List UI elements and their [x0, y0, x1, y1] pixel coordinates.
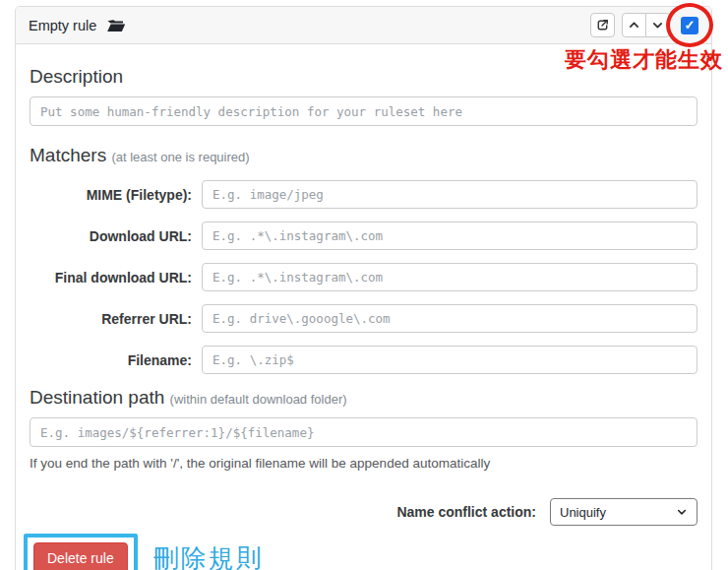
matcher-input[interactable]: [202, 180, 698, 209]
matchers-heading: Matchers (at least one is required): [30, 145, 698, 166]
select-chevron-icon: [676, 506, 688, 518]
destination-heading-text: Destination path: [30, 387, 164, 408]
matcher-input[interactable]: [202, 304, 698, 333]
annotation-delete-note: 刪除規則: [153, 541, 264, 570]
matcher-input[interactable]: [202, 346, 698, 374]
select-value: Uniquify: [560, 505, 606, 520]
rule-title: Empty rule: [29, 18, 96, 33]
destination-input[interactable]: [30, 417, 698, 447]
matchers-hint: (at least one is required): [111, 150, 249, 164]
page: Empty rule: [0, 0, 728, 570]
share-icon: [595, 18, 610, 32]
move-button-group: [622, 13, 670, 37]
matcher-row: Final download URL:: [30, 263, 698, 291]
clone-rule-button[interactable]: [590, 13, 615, 37]
rule-header-left: Empty rule: [29, 18, 126, 33]
matcher-input[interactable]: [202, 263, 698, 291]
matcher-row: Referrer URL:: [30, 304, 698, 333]
matcher-rows: MIME (Filetype): Download URL: Final dow…: [30, 180, 698, 374]
delete-row: Delete rule 刪除規則: [30, 534, 698, 570]
matcher-row: Download URL:: [30, 222, 698, 250]
matcher-input[interactable]: [202, 222, 698, 250]
rule-body: Description Matchers (at least one is re…: [16, 44, 711, 570]
chevron-up-icon: [628, 19, 640, 32]
delete-highlight-box: Delete rule: [24, 534, 138, 570]
matchers-heading-text: Matchers: [30, 145, 106, 165]
description-input[interactable]: [30, 96, 698, 126]
check-icon: ✓: [685, 18, 696, 32]
rule-card: Empty rule: [15, 6, 712, 570]
destination-heading: Destination path (within default downloa…: [30, 387, 698, 409]
name-conflict-label: Name conflict action:: [396, 504, 536, 520]
delete-rule-button[interactable]: Delete rule: [33, 542, 128, 570]
annotation-checkbox-note: 要勾選才能生效: [565, 45, 723, 75]
description-heading-text: Description: [30, 66, 123, 87]
chevron-down-icon: [651, 19, 664, 32]
matcher-label: Final download URL:: [30, 270, 202, 285]
move-down-button[interactable]: [645, 13, 670, 37]
destination-note: If you end the path with '/', the origin…: [30, 456, 698, 471]
folder-icon: [106, 18, 126, 33]
matcher-row: Filename:: [30, 346, 698, 374]
enabled-checkbox-wrap: ✓: [681, 17, 698, 34]
name-conflict-select[interactable]: Uniquify: [550, 498, 698, 526]
destination-hint: (within default download folder): [170, 392, 347, 407]
move-up-button[interactable]: [622, 13, 646, 37]
matcher-row: MIME (Filetype):: [30, 180, 698, 209]
matcher-label: Download URL:: [30, 228, 202, 244]
rule-header: Empty rule: [16, 7, 711, 44]
name-conflict-row: Name conflict action: Uniquify: [30, 498, 698, 526]
matcher-label: MIME (Filetype):: [30, 187, 202, 203]
matcher-label: Referrer URL:: [30, 311, 202, 327]
matcher-label: Filename:: [30, 352, 202, 368]
enabled-checkbox[interactable]: ✓: [681, 17, 698, 34]
rule-header-actions: ✓: [590, 13, 698, 37]
